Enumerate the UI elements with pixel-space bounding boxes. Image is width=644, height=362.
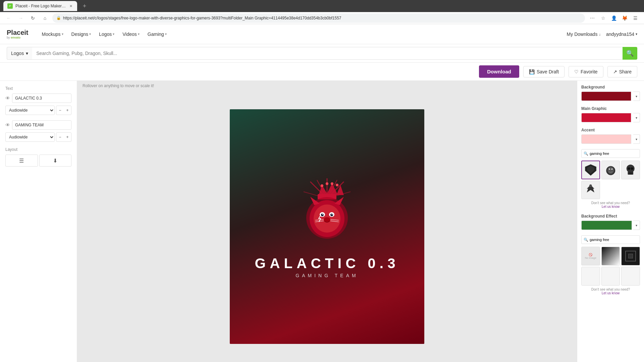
graphic-thumb-1[interactable] (581, 161, 600, 179)
user-profile-icon[interactable]: 👤 (609, 13, 619, 23)
background-color-row: ▾ (581, 92, 640, 101)
graphic-search-row[interactable]: 🔍 (581, 149, 640, 158)
lion-crown-graphic[interactable] (290, 175, 364, 252)
home-button[interactable]: ⌂ (40, 13, 50, 23)
logo[interactable]: Placeit by envato (7, 29, 28, 39)
accent-color-row: ▾ (581, 134, 640, 144)
effect-thumb-empty2[interactable] (601, 267, 620, 286)
logo-text-group[interactable]: GALACTIC 0.3 GAMING TEAM (255, 255, 399, 278)
bg-effect-swatch[interactable] (581, 221, 632, 230)
logo-title-text: GALACTIC 0.3 (255, 255, 399, 272)
category-arrow-icon: ▾ (26, 51, 28, 56)
text2-size-up-button[interactable]: + (64, 132, 71, 142)
effect-thumb-dark1[interactable] (601, 247, 620, 265)
search-button[interactable]: 🔍 (623, 47, 637, 60)
graphic-thumb-3[interactable] (621, 161, 640, 179)
search-category-dropdown[interactable]: Logos ▾ (7, 47, 32, 60)
bg-effect-search-row[interactable]: 🔍 (581, 235, 640, 244)
svg-point-21 (332, 214, 333, 215)
download-button[interactable]: Download (479, 65, 519, 78)
layout-side-button[interactable]: ⬇ (39, 155, 72, 167)
effect-thumb-no-image[interactable]: 🚫 No image (581, 247, 600, 265)
accent-color-swatch[interactable] (581, 134, 631, 144)
accent-color-dropdown[interactable]: ▾ (633, 134, 640, 144)
text1-size-up-button[interactable]: + (64, 106, 71, 115)
effect-thumb-empty1[interactable] (581, 267, 600, 286)
bg-effect-label: Background Effect (581, 214, 640, 219)
back-button[interactable]: ← (4, 13, 13, 23)
bg-feedback-link[interactable]: Let us know (602, 291, 620, 295)
gaming-arrow-icon: ▾ (165, 32, 167, 36)
extensions-icon[interactable]: ⋯ (588, 13, 597, 23)
left-panel: Text 👁 Audiowide − + 👁 Audiowide − (0, 81, 77, 362)
effect-thumb-empty3[interactable] (621, 267, 640, 286)
layout-label: Layout (5, 147, 71, 152)
nav-logos[interactable]: Logos ▾ (96, 29, 118, 39)
user-menu-button[interactable]: andyydna154 ▾ (606, 32, 637, 37)
nav-designs[interactable]: Designs ▾ (68, 29, 95, 39)
text1-visibility-icon[interactable]: 👁 (5, 96, 10, 101)
graphic-thumb-4[interactable] (581, 181, 600, 199)
graphic-feedback-link[interactable]: Let us know (602, 205, 620, 208)
bg-effect-search-input[interactable] (590, 238, 638, 242)
svg-point-38 (631, 167, 634, 170)
text2-input[interactable] (12, 120, 71, 130)
svg-point-33 (608, 168, 610, 170)
accent-section: Accent ▾ (581, 128, 640, 144)
canvas-container[interactable]: GALACTIC 0.3 GAMING TEAM (77, 91, 577, 362)
security-icon: 🔒 (56, 16, 61, 20)
bg-effect-dropdown[interactable]: ▾ (633, 221, 640, 230)
main-content: Text 👁 Audiowide − + 👁 Audiowide − (0, 81, 644, 362)
main-graphic-color-dropdown[interactable]: ▾ (633, 113, 640, 122)
nav-videos[interactable]: Videos ▾ (119, 29, 143, 39)
graphic-thumb-2[interactable] (601, 161, 620, 179)
save-draft-button[interactable]: 💾 Save Draft (523, 66, 565, 77)
text2-size-down-button[interactable]: − (56, 132, 64, 142)
main-graphic-color-swatch[interactable] (581, 113, 631, 122)
save-icon: 💾 (529, 69, 535, 74)
bg-feedback: Don't see what you need? Let us know (581, 288, 640, 295)
favorite-button[interactable]: ♡ Favorite (569, 66, 603, 77)
bookmark-icon[interactable]: ☆ (598, 13, 608, 23)
menu-icon[interactable]: ☰ (631, 13, 640, 23)
graphic-search-input[interactable] (590, 152, 638, 156)
forward-button[interactable]: → (16, 13, 25, 23)
firefox-icon[interactable]: 🦊 (620, 13, 629, 23)
browser-tab[interactable]: P Placeit - Free Logo Maker with... ✕ (3, 1, 77, 11)
bg-effect-search-section: 🔍 🚫 No image (581, 235, 640, 295)
background-color-swatch[interactable] (581, 92, 631, 101)
text1-size-down-button[interactable]: − (56, 106, 64, 115)
share-button[interactable]: ↗ Share (607, 66, 637, 77)
svg-point-37 (628, 167, 631, 170)
text2-visibility-icon[interactable]: 👁 (5, 122, 10, 128)
refresh-button[interactable]: ↻ (28, 13, 38, 23)
svg-point-35 (627, 165, 635, 173)
text1-font-select[interactable]: Audiowide (5, 106, 55, 115)
text1-row: 👁 (5, 94, 71, 103)
text1-size-controls: − + (56, 106, 71, 115)
tab-close-button[interactable]: ✕ (68, 3, 73, 9)
my-downloads-button[interactable]: My Downloads ↓ (567, 32, 601, 37)
user-arrow-icon: ▾ (636, 32, 637, 36)
svg-point-11 (336, 184, 338, 186)
svg-point-9 (326, 182, 328, 185)
background-color-dropdown[interactable]: ▾ (633, 92, 640, 101)
main-graphic-section: Main Graphic ▾ (581, 106, 640, 122)
logo-canvas[interactable]: GALACTIC 0.3 GAMING TEAM (230, 109, 424, 344)
effect-thumb-grid[interactable] (621, 247, 640, 265)
logo-text: Placeit by envato (7, 29, 28, 39)
nav-gaming[interactable]: Gaming ▾ (144, 29, 170, 39)
layout-stacked-button[interactable]: ☰ (5, 155, 38, 167)
search-input[interactable] (32, 47, 623, 60)
url-bar[interactable]: 🔒 https://placeit.net/c/logos/stages/fre… (52, 13, 585, 23)
search-icon: 🔍 (626, 50, 634, 57)
text1-font-row: Audiowide − + (5, 106, 71, 115)
text2-font-select[interactable]: Audiowide (5, 132, 55, 142)
logo-background: GALACTIC 0.3 GAMING TEAM (230, 109, 424, 344)
nav-mockups[interactable]: Mockups ▾ (38, 29, 66, 39)
new-tab-button[interactable]: + (80, 1, 89, 11)
text1-input[interactable] (12, 94, 71, 103)
svg-point-32 (607, 167, 614, 174)
share-icon: ↗ (613, 69, 617, 74)
svg-point-34 (611, 168, 613, 170)
